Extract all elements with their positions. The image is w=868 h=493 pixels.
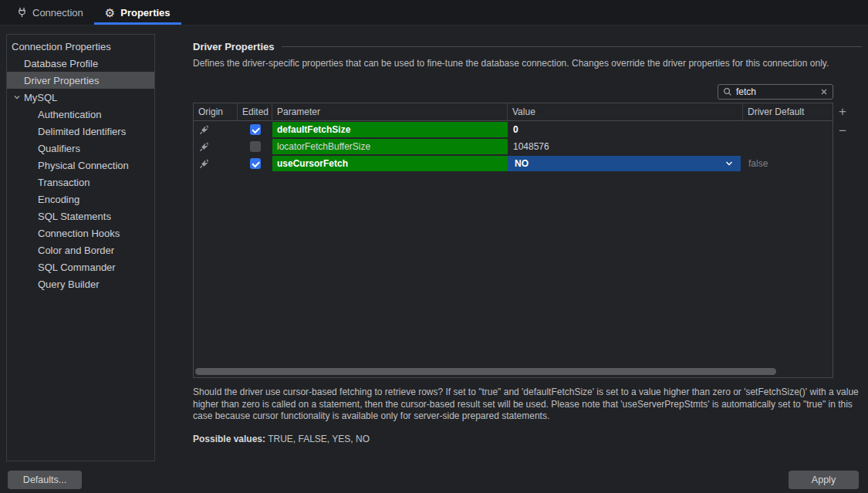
sidebar-item-sql-commander[interactable]: SQL Commander [7,258,154,275]
tab-properties[interactable]: ⚙ Properties [94,0,181,25]
tab-connection[interactable]: Connection [6,0,94,25]
possible-values-line: Possible values: TRUE, FALSE, YES, NO [193,434,370,444]
sidebar-item-database-profile[interactable]: Database Profile [7,55,154,72]
edited-checkbox[interactable] [250,158,261,169]
plug-icon [17,7,27,18]
value-cell[interactable]: 1048576 [508,138,743,155]
parameter-cell[interactable]: useCursorFetch [272,156,508,171]
sidebar-item-authentication[interactable]: Authentication [7,106,154,123]
sidebar-item-connection-hooks[interactable]: Connection Hooks [7,225,154,241]
search-input[interactable]: fetch [718,84,833,100]
clear-search-icon[interactable] [820,88,828,96]
possible-values-label: Possible values: [193,434,265,444]
column-header-origin[interactable]: Origin [194,103,238,120]
sidebar-item-transaction[interactable]: Transaction [7,174,154,191]
sidebar-item-label: Authentication [38,109,101,120]
column-header-edited[interactable]: Edited [238,103,272,120]
parameter-cell[interactable]: defaultFetchSize [272,122,508,137]
tab-properties-label: Properties [120,7,170,19]
column-header-value[interactable]: Value [508,103,743,120]
edited-checkbox[interactable] [250,124,261,135]
page-title: Driver Properties [193,41,275,52]
sidebar-item-label: Delimited Identifiers [38,126,126,137]
sidebar-item-label: SQL Commander [38,262,116,273]
chevron-down-icon [13,93,21,101]
section-description: Defines the driver-specific properties t… [193,58,864,69]
sidebar-item-label: Query Builder [38,279,99,290]
driver-default-cell: false [743,158,833,169]
settings-tree: Connection Properties Database Profile D… [6,34,155,461]
value-dropdown[interactable]: NO [508,156,741,171]
sidebar-item-label: Encoding [38,194,79,205]
sidebar-item-label: Physical Connection [38,160,129,171]
sidebar-item-qualifiers[interactable]: Qualifiers [7,140,154,157]
search-icon [723,87,732,96]
sidebar-item-label: Qualifiers [38,143,80,154]
remove-property-button[interactable]: − [836,123,849,137]
parameter-cell[interactable]: locatorFetchBufferSize [272,139,508,154]
edited-checkbox[interactable] [250,141,261,152]
section-header: Driver Properties [193,41,862,52]
sidebar-item-driver-properties[interactable]: Driver Properties [7,72,154,89]
sidebar-item-label: Driver Properties [24,75,100,86]
sidebar-item-mysql[interactable]: MySQL [7,89,154,106]
driver-origin-icon [199,125,209,135]
table-row[interactable]: defaultFetchSize 0 [194,121,833,138]
possible-values-text: TRUE, FALSE, YES, NO [268,434,370,444]
table-row[interactable]: useCursorFetch NO false [194,155,833,172]
chevron-down-icon [724,159,734,168]
sidebar-item-encoding[interactable]: Encoding [7,191,154,208]
sidebar-item-label: SQL Statements [38,211,111,222]
column-header-parameter[interactable]: Parameter [272,103,508,120]
sidebar-item-connection-properties[interactable]: Connection Properties [7,38,154,55]
sidebar-item-sql-statements[interactable]: SQL Statements [7,208,154,225]
sidebar-item-label: Connection Hooks [38,228,120,239]
sidebar-item-color-and-border[interactable]: Color and Border [7,241,154,258]
apply-button[interactable]: Apply [789,471,859,489]
defaults-button[interactable]: Defaults... [8,471,82,489]
driver-properties-window: Connection ⚙ Properties Connection Prope… [0,0,868,493]
sidebar-item-query-builder[interactable]: Query Builder [7,275,154,292]
sidebar-item-label: Color and Border [38,245,114,256]
table-row[interactable]: locatorFetchBufferSize 1048576 [194,138,833,155]
header-rule [282,46,863,47]
value-cell[interactable]: 0 [508,121,743,138]
search-value: fetch [736,86,816,97]
gear-icon: ⚙ [105,7,115,19]
horizontal-scrollbar[interactable] [195,368,776,375]
sidebar-item-label: MySQL [24,92,57,103]
sidebar-item-label: Transaction [38,177,90,188]
add-property-button[interactable]: + [836,104,849,118]
property-help-text: Should the driver use cursor-based fetch… [193,387,866,423]
driver-origin-icon [199,142,209,152]
table-header: Origin Edited Parameter Value Driver Def… [194,103,833,121]
sidebar-item-label: Connection Properties [12,41,111,52]
sidebar-item-delimited-identifiers[interactable]: Delimited Identifiers [7,123,154,140]
column-header-driver-default[interactable]: Driver Default [743,103,833,120]
driver-properties-table: Origin Edited Parameter Value Driver Def… [193,103,833,378]
driver-origin-icon [199,159,209,169]
sidebar-item-physical-connection[interactable]: Physical Connection [7,157,154,174]
value-cell[interactable]: NO [508,155,743,172]
tab-connection-label: Connection [32,7,83,19]
tab-bar: Connection ⚙ Properties [0,0,868,25]
sidebar-item-label: Database Profile [24,58,98,69]
